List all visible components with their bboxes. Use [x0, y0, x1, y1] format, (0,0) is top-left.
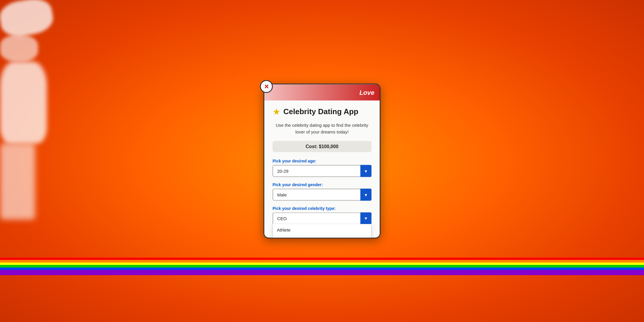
description-text: Use the celebrity dating app to find the… — [273, 122, 371, 135]
figure-crawl2 — [0, 35, 38, 61]
rainbow-strip — [0, 258, 644, 275]
star-icon: ★ — [273, 107, 280, 117]
age-label: Pick your desired age: — [273, 159, 371, 163]
celebrity-type-select[interactable]: CEO — [273, 213, 371, 224]
age-select-wrapper[interactable]: 20-29 — [273, 165, 371, 177]
gender-select[interactable]: Male — [273, 189, 371, 201]
figure-walk — [0, 61, 47, 143]
title-row: ★ Celebrity Dating App — [273, 107, 371, 117]
close-icon: ✕ — [264, 83, 269, 90]
close-button[interactable]: ✕ — [260, 80, 273, 93]
figure-stand — [0, 143, 35, 220]
cost-label: Cost: $100,000 — [306, 144, 338, 149]
celebrity-type-form-group: Pick your desired celebrity type: CEO At… — [273, 206, 371, 224]
dropdown-item-actor[interactable]: Actor — [273, 236, 371, 239]
category-label: Love — [359, 89, 374, 96]
modal-header-bar: Love — [264, 85, 380, 101]
celebrity-type-dropdown-list: Athlete Actor Musician Model Influencer … — [273, 224, 371, 239]
cost-box: Cost: $100,000 — [273, 141, 371, 152]
modal-card: Love ★ Celebrity Dating App Use the cele… — [263, 84, 381, 239]
celebrity-type-label: Pick your desired celebrity type: — [273, 206, 371, 211]
gender-label: Pick your desired gender: — [273, 182, 371, 187]
age-select[interactable]: 20-29 — [273, 165, 371, 177]
app-title: Celebrity Dating App — [283, 107, 358, 116]
celebrity-type-select-wrapper[interactable]: CEO Athlete Actor Musician Model Influen… — [273, 213, 371, 224]
dropdown-item-athlete[interactable]: Athlete — [273, 224, 371, 236]
modal-body: ★ Celebrity Dating App Use the celebrity… — [264, 101, 380, 238]
gender-select-wrapper[interactable]: Male — [273, 189, 371, 201]
age-form-group: Pick your desired age: 20-29 — [273, 159, 371, 177]
modal-wrapper: ✕ Love ★ Celebrity Dating App Use the ce… — [263, 84, 381, 239]
gender-form-group: Pick your desired gender: Male — [273, 182, 371, 201]
